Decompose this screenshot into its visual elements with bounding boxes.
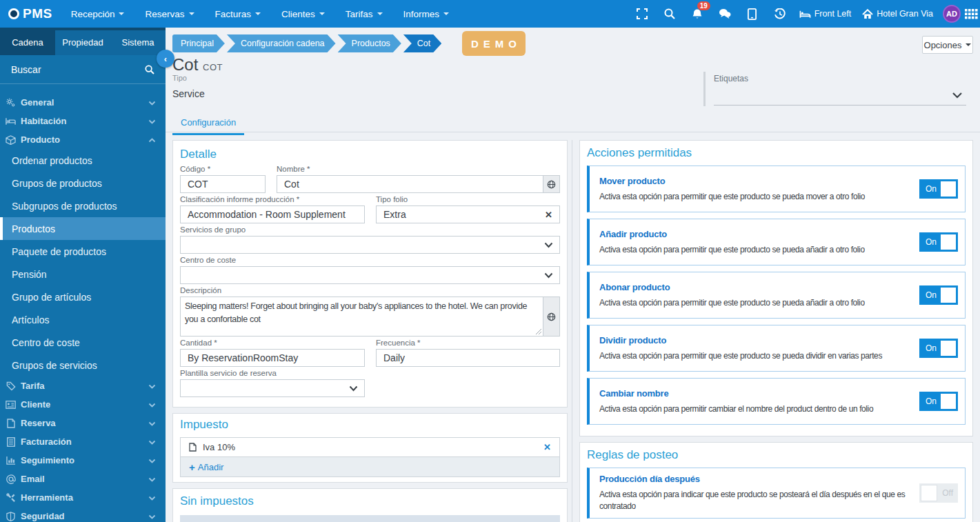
setting-title: Mover producto xyxy=(599,176,917,186)
sidebar-item-grupo-de-artículos[interactable]: Grupo de artículos xyxy=(0,285,166,308)
sidebar-item-pensión[interactable]: Pensión xyxy=(0,263,166,285)
breadcrumb-item[interactable]: Productos xyxy=(338,34,401,52)
sidebar-group-tag[interactable]: Tarifa xyxy=(0,377,166,395)
nav-item-clientes[interactable]: Clientes xyxy=(271,0,335,28)
bell-icon[interactable]: 19 xyxy=(683,0,711,28)
type-label: Tipo xyxy=(172,74,187,82)
chevron-down-icon[interactable] xyxy=(952,90,963,101)
nombre-input[interactable]: Cot xyxy=(277,175,543,193)
sidebar-group-idcard[interactable]: Cliente xyxy=(0,395,166,414)
sidebar-item-productos[interactable]: Productos xyxy=(0,217,166,240)
clear-icon[interactable]: ✕ xyxy=(545,210,552,220)
tab-configuracion[interactable]: Configuración xyxy=(172,113,244,135)
property-selector[interactable]: Hotel Gran Via xyxy=(857,0,939,28)
search-icon[interactable] xyxy=(656,0,683,28)
nav-item-reservas[interactable]: Reservas xyxy=(134,0,204,28)
sidebar-item-ordenar-productos[interactable]: Ordenar productos xyxy=(0,149,166,172)
sidebar-group-invoice[interactable]: Facturación xyxy=(0,432,166,451)
chevron-down-icon xyxy=(148,474,156,484)
main-menu: RecepciónReservasFacturasClientesTarifas… xyxy=(61,0,459,28)
bed-icon xyxy=(6,116,16,126)
avatar[interactable]: AD xyxy=(943,5,961,23)
invoice-icon xyxy=(6,436,16,447)
chevron-down-icon xyxy=(148,436,156,447)
frecuencia-input[interactable]: Daily xyxy=(376,349,560,367)
document-icon xyxy=(189,443,197,452)
sidebar-tab-sistema[interactable]: Sistema xyxy=(110,30,166,55)
workstation-selector[interactable]: Front Left xyxy=(794,0,857,28)
sidebar-group-bed[interactable]: Habitación xyxy=(0,112,166,130)
toggle-switch[interactable]: On xyxy=(919,232,958,252)
toggle-switch[interactable]: On xyxy=(919,392,958,411)
breadcrumb-item[interactable]: Configuración cadena xyxy=(227,34,336,52)
toggle-switch[interactable]: On xyxy=(919,179,958,199)
sidebar-group-at[interactable]: Email xyxy=(0,470,166,488)
sidebar-item-grupos-de-productos[interactable]: Grupos de productos xyxy=(0,172,166,194)
centro-coste-select[interactable] xyxy=(180,266,560,284)
tags-select[interactable] xyxy=(714,105,966,106)
clasificacion-input[interactable]: Accommodation - Room Supplement xyxy=(180,205,365,223)
toggle-switch[interactable]: On xyxy=(919,285,958,305)
sidebar-group-tools[interactable]: Herramienta xyxy=(0,488,166,507)
sidebar-item-artículos[interactable]: Artículos xyxy=(0,308,166,331)
sidebar-search[interactable]: Buscar xyxy=(0,55,166,84)
toggle-switch[interactable]: On xyxy=(919,339,958,358)
nav-item-informes[interactable]: Informes xyxy=(393,0,460,28)
nombre-label: Nombre * xyxy=(277,165,560,174)
toggle-knob xyxy=(941,234,956,250)
sidebar-collapse-button[interactable]: ‹ xyxy=(157,50,174,68)
cantidad-input[interactable]: By ReservationRoomStay xyxy=(180,349,365,367)
sidebar-group-box[interactable]: Producto xyxy=(0,130,166,149)
fullscreen-icon[interactable] xyxy=(628,0,656,28)
options-button[interactable]: Opciones xyxy=(922,36,973,54)
globe-addon[interactable] xyxy=(543,175,560,193)
remove-tax-icon[interactable]: ✕ xyxy=(543,442,551,452)
sidebar-group-file[interactable]: Reserva xyxy=(0,414,166,432)
sidebar-group-gears[interactable]: General xyxy=(0,93,166,112)
sidebar-item-paquete-de-productos[interactable]: Paquete de productos xyxy=(0,240,166,263)
chevron-down-icon xyxy=(148,511,156,521)
add-tax-button[interactable]: +Añadir xyxy=(181,457,559,476)
history-icon[interactable] xyxy=(766,0,794,28)
toggle-knob xyxy=(941,288,956,303)
nav-item-recepción[interactable]: Recepción xyxy=(61,0,135,28)
sidebar-item-grupos-de-servicios[interactable]: Grupos de servicios xyxy=(0,354,166,377)
servicios-grupo-select[interactable] xyxy=(180,236,560,254)
search-icon[interactable] xyxy=(145,65,154,74)
tipo-folio-input[interactable]: Extra✕ xyxy=(376,205,560,223)
tax-card: Impuesto Iva 10% ✕ +Añadir xyxy=(172,413,568,483)
globe-addon[interactable] xyxy=(543,297,560,337)
apps-grid-icon[interactable] xyxy=(965,0,980,28)
breadcrumb-item[interactable]: Cot xyxy=(403,34,441,52)
toggle-setting-item: Dividir productoActiva esta opción para … xyxy=(587,325,966,372)
descripcion-textarea[interactable]: Sleeping matters! Forget about bringing … xyxy=(180,297,543,337)
sidebar-group-shield[interactable]: Seguridad xyxy=(0,507,166,522)
allowed-actions-heading: Acciones permitidas xyxy=(580,141,972,165)
chevron-down-icon xyxy=(148,399,156,410)
column-divider xyxy=(572,140,572,522)
resize-handle[interactable] xyxy=(536,329,541,334)
sidebar-group-chart[interactable]: Seguimiento xyxy=(0,451,166,470)
tax-row[interactable]: Iva 10% ✕ xyxy=(181,438,559,457)
tablet-icon[interactable] xyxy=(739,0,766,28)
nav-item-facturas[interactable]: Facturas xyxy=(205,0,272,28)
sidebar-item-centro-de-coste[interactable]: Centro de coste xyxy=(0,331,166,354)
sidebar-tab-cadena[interactable]: Cadena xyxy=(0,30,55,55)
no-tax-heading: Sin impuestos xyxy=(173,489,567,515)
idcard-icon xyxy=(6,399,16,410)
toggle-switch[interactable]: Off xyxy=(919,483,958,503)
breadcrumb-item[interactable]: Principal xyxy=(172,34,225,52)
sidebar-tab-propiedad[interactable]: Propiedad xyxy=(55,30,110,55)
setting-title: Abonar producto xyxy=(599,282,917,292)
search-input[interactable]: Buscar xyxy=(11,64,145,75)
box-icon xyxy=(6,134,16,145)
plantilla-select[interactable] xyxy=(180,379,365,397)
app-logo[interactable]: PMS xyxy=(0,6,61,21)
nav-item-tarifas[interactable]: Tarifas xyxy=(335,0,393,28)
codigo-input[interactable]: COT xyxy=(180,175,266,193)
sidebar-item-subgrupos-de-productos[interactable]: Subgrupos de productos xyxy=(0,194,166,217)
tipo-folio-label: Tipo folio xyxy=(376,195,560,204)
setting-description: Activa esta opción para permitir que est… xyxy=(599,244,917,256)
chat-icon[interactable] xyxy=(711,0,739,28)
globe-icon xyxy=(547,180,556,189)
